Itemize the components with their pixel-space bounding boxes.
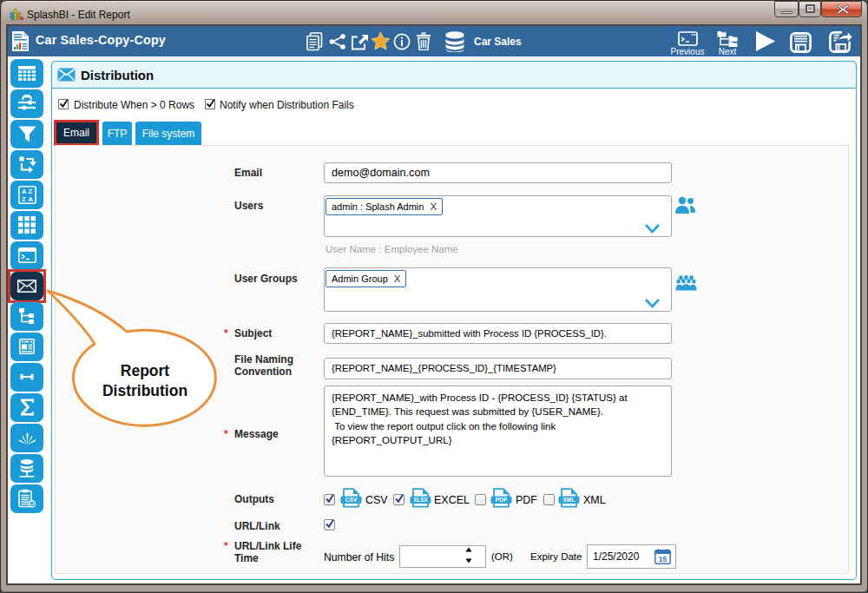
svg-text:Z: Z <box>28 188 32 195</box>
svg-text:Report: Report <box>121 362 170 379</box>
svg-text:15: 15 <box>659 555 667 563</box>
svg-text:PDF: PDF <box>496 497 508 503</box>
svg-text:Z: Z <box>22 195 26 203</box>
svg-text:XLSX: XLSX <box>413 497 428 503</box>
svg-text:CSV: CSV <box>345 497 358 503</box>
svg-text:XML: XML <box>562 497 575 503</box>
svg-text:A: A <box>22 188 27 195</box>
svg-text:Distribution: Distribution <box>102 382 187 399</box>
svg-text:A: A <box>28 195 33 203</box>
